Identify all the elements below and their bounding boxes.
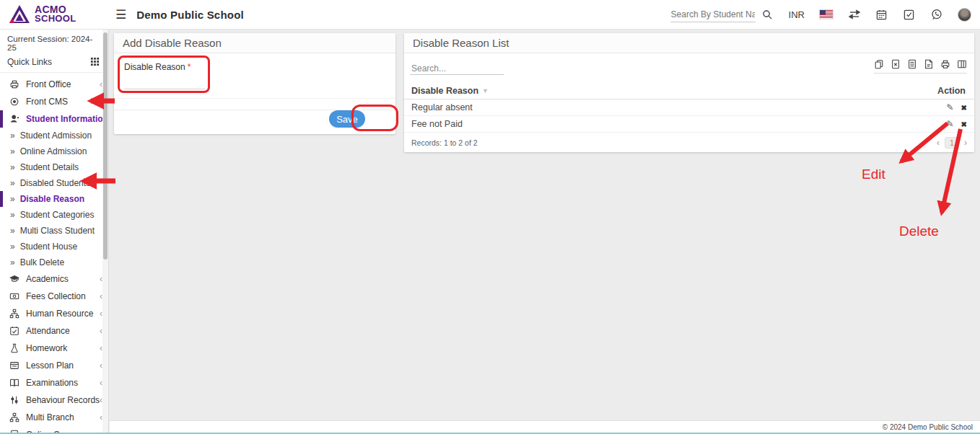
submenu-bullet-icon: » <box>10 146 15 156</box>
sidebar-item-label: Academics <box>26 274 69 284</box>
column-header-action: Action <box>937 86 966 96</box>
edit-icon[interactable]: ✎ <box>947 102 954 112</box>
copy-icon[interactable] <box>874 59 884 69</box>
sidebar-item-human-resource[interactable]: Human Resource‹ <box>0 305 108 322</box>
sidebar-item-fees-collection[interactable]: Fees Collection‹ <box>0 288 108 305</box>
copyright-text: © 2024 Demo Public School <box>883 423 973 431</box>
disable-reason-field-label: Disable Reason* <box>124 62 191 72</box>
submenu-bullet-icon: » <box>10 130 15 141</box>
student-information-icon <box>9 114 19 125</box>
multi-branch-icon <box>9 412 19 423</box>
submenu-bullet-icon: » <box>10 226 15 236</box>
calendar-icon[interactable] <box>875 9 888 21</box>
sidebar-item-student-house[interactable]: »Student House <box>0 239 108 254</box>
pagination-prev-icon[interactable]: ‹ <box>937 138 940 148</box>
submenu-bullet-icon: » <box>10 210 15 220</box>
sidebar-item-label: Disabled Students <box>20 178 90 188</box>
user-avatar[interactable] <box>958 8 971 22</box>
sort-caret-icon[interactable]: ▼ <box>482 87 489 94</box>
us-flag-icon[interactable] <box>820 10 833 19</box>
sidebar-item-lesson-plan[interactable]: Lesson Plan‹ <box>0 357 108 374</box>
table-row: Regular absent✎✖ <box>404 99 974 116</box>
sidebar-scrollbar-thumb[interactable] <box>103 32 108 260</box>
sidebar-item-multi-class-student[interactable]: »Multi Class Student <box>0 223 108 239</box>
sidebar-item-student-information[interactable]: Student Information <box>0 110 108 128</box>
student-search-input[interactable] <box>670 7 756 22</box>
logo-triangle-icon <box>9 4 30 25</box>
sidebar-item-label: Disable Reason <box>20 194 84 204</box>
records-count: Records: 1 to 2 of 2 <box>411 138 478 147</box>
csv-icon[interactable] <box>907 59 917 69</box>
active-indicator-bar <box>0 191 3 207</box>
quick-links-label: Quick Links <box>7 57 52 67</box>
sidebar-item-front-cms[interactable]: Front CMS‹ <box>0 93 108 110</box>
sidebar-item-student-categories[interactable]: »Student Categories <box>0 207 108 223</box>
behaviour-records-icon <box>9 395 19 406</box>
edit-icon[interactable]: ✎ <box>947 119 954 129</box>
quick-links-row[interactable]: Quick Links <box>0 53 108 73</box>
sidebar-item-label: Multi Branch <box>26 412 74 422</box>
table-body: Regular absent✎✖Fee not Paid✎✖ <box>404 99 974 133</box>
delete-icon[interactable]: ✖ <box>961 104 967 112</box>
list-search-input[interactable] <box>410 62 504 75</box>
sidebar-item-label: Student Admission <box>20 130 92 141</box>
sidebar-item-student-admission[interactable]: »Student Admission <box>0 128 108 143</box>
sidebar-item-disabled-students[interactable]: »Disabled Students <box>0 175 108 191</box>
sidebar-menu: Front Office‹Front CMS‹Student Informati… <box>0 73 108 434</box>
submenu-bullet-icon: » <box>10 162 15 172</box>
delete-icon[interactable]: ✖ <box>961 120 967 128</box>
academics-icon <box>9 274 19 285</box>
current-session-label: Current Session: 2024-25 <box>0 30 108 53</box>
table-row: Fee not Paid✎✖ <box>404 116 974 133</box>
hamburger-icon[interactable]: ☰ <box>115 7 126 22</box>
sidebar-item-examinations[interactable]: Examinations‹ <box>0 374 108 391</box>
active-indicator-bar <box>0 110 3 128</box>
grid-icon[interactable] <box>89 56 101 68</box>
pagination-next-icon[interactable]: › <box>964 138 967 148</box>
list-footer: Records: 1 to 2 of 2 ‹ 1 › <box>404 133 974 152</box>
sidebar-item-label: Student Categories <box>20 210 95 220</box>
row-reason-text: Regular absent <box>411 102 473 112</box>
footer-bar: © 2024 Demo Public School <box>110 420 980 433</box>
export-toolbar <box>874 59 967 74</box>
swap-icon[interactable] <box>848 9 860 21</box>
student-search <box>670 7 774 22</box>
logo-text: ACMO SCHOOL <box>35 5 76 24</box>
sidebar-item-homework[interactable]: Homework‹ <box>0 340 108 357</box>
examinations-icon <box>9 378 19 389</box>
required-asterisk: * <box>188 62 191 72</box>
disable-reason-list-card: Disable Reason List Disable Reason ▼ Act… <box>404 33 974 152</box>
fees-collection-icon <box>9 291 19 302</box>
sidebar-item-bulk-delete[interactable]: »Bulk Delete <box>0 254 108 270</box>
topbar-actions: INR <box>670 7 980 22</box>
currency-selector[interactable]: INR <box>789 9 805 20</box>
task-check-icon[interactable] <box>903 9 915 21</box>
print-icon[interactable] <box>940 59 950 69</box>
sidebar-item-label: Front Office <box>26 79 71 89</box>
sidebar-item-attendance[interactable]: Attendance‹ <box>0 322 108 340</box>
sidebar-item-behaviour-records[interactable]: Behaviour Records‹ <box>0 391 108 409</box>
attendance-icon <box>9 326 19 337</box>
pdf-icon[interactable] <box>924 59 934 69</box>
pagination-current-page[interactable]: 1 <box>945 137 959 149</box>
sidebar-item-online-admission[interactable]: »Online Admission <box>0 143 108 159</box>
sidebar-item-multi-branch[interactable]: Multi Branch‹ <box>0 409 108 426</box>
top-bar: ACMO SCHOOL ☰ Demo Public School INR <box>0 0 980 30</box>
divider <box>114 98 395 99</box>
disable-reason-input[interactable] <box>124 75 205 89</box>
whatsapp-icon[interactable] <box>930 9 942 21</box>
sidebar-item-disable-reason[interactable]: »Disable Reason <box>0 191 108 207</box>
sidebar-item-student-details[interactable]: »Student Details <box>0 159 108 175</box>
sidebar-item-label: Front CMS <box>26 97 68 107</box>
sidebar-item-academics[interactable]: Academics‹ <box>0 270 108 288</box>
sidebar-item-front-office[interactable]: Front Office‹ <box>0 76 108 93</box>
save-button[interactable]: Save <box>329 110 365 128</box>
columns-icon[interactable] <box>957 59 967 69</box>
lesson-plan-icon <box>9 360 19 371</box>
submenu-bullet-icon: » <box>10 178 15 188</box>
search-icon[interactable] <box>761 9 774 21</box>
app-logo[interactable]: ACMO SCHOOL <box>0 4 110 25</box>
sidebar-item-label: Student House <box>20 242 77 252</box>
excel-icon[interactable] <box>891 59 901 69</box>
column-header-disable-reason[interactable]: Disable Reason <box>411 86 478 96</box>
